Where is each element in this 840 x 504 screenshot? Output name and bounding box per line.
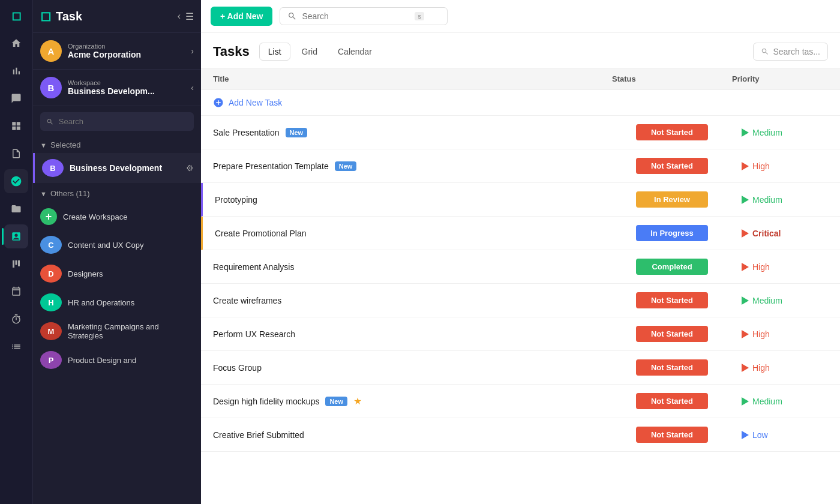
nav-document-icon[interactable] <box>4 142 28 166</box>
workspace-item-header[interactable]: B Workspace Business Developm... ‹ <box>33 70 201 106</box>
task-title: Prototyping <box>215 195 257 205</box>
col-status: Status <box>612 74 732 83</box>
col-title: Title <box>213 74 612 83</box>
sidebar-logo-area: ◻ Task ‹ ☰ <box>33 0 201 33</box>
add-task-row[interactable]: Add New Task <box>201 90 840 116</box>
topbar: + Add New s <box>201 0 840 33</box>
priority-cell: Medium <box>732 191 828 208</box>
task-badge: New <box>335 161 357 171</box>
task-title-cell: Prototyping <box>215 187 612 213</box>
tab-calendar[interactable]: Calendar <box>329 43 381 61</box>
workspace-d-name: Designers <box>68 269 103 278</box>
tasks-title: Tasks <box>213 44 250 59</box>
workspace-settings-icon[interactable]: ⚙ <box>186 163 194 173</box>
status-badge: In Review <box>636 191 708 208</box>
table-row: Creative Brief Submitted Not Started Low <box>201 418 840 452</box>
others-section-label[interactable]: ▼ Others (11) <box>33 184 201 203</box>
workspace-m-name: Marketing Campaigns and Strategies <box>68 322 194 340</box>
org-item[interactable]: A Organization Acme Corporation › <box>33 33 201 70</box>
nav-home-icon[interactable] <box>4 31 28 55</box>
workspace-avatar: B <box>40 77 62 98</box>
priority-label: Medium <box>752 397 782 406</box>
status-badge: Not Started <box>636 427 708 443</box>
table-row: Create Promotional Plan In Progress Crit… <box>201 217 840 250</box>
task-title-cell: Focus Group <box>213 355 612 381</box>
table-row: Sale Presentation New Not Started Medium <box>201 116 840 149</box>
active-workspace-avatar: B <box>42 159 64 177</box>
task-title: Perform UX Research <box>213 329 295 339</box>
star-icon[interactable]: ★ <box>353 395 362 407</box>
workspace-designers[interactable]: D Designers <box>33 259 201 288</box>
workspace-hr[interactable]: H HR and Operations <box>33 288 201 317</box>
priority-flag-icon <box>742 229 749 238</box>
priority-flag-icon <box>742 431 749 439</box>
priority-flag-icon <box>742 263 749 271</box>
main-content: + Add New s Tasks List Grid Calendar Sea… <box>201 0 840 504</box>
workspace-content-ux[interactable]: C Content and UX Copy <box>33 230 201 259</box>
collapse-icon[interactable]: ‹ <box>178 11 181 22</box>
sidebar-search-input[interactable] <box>59 117 188 126</box>
task-title: Requirement Analysis <box>213 262 294 272</box>
status-cell: Not Started <box>612 289 732 312</box>
table-row: Requirement Analysis Completed High <box>201 250 840 284</box>
org-chevron-icon: › <box>191 46 194 56</box>
add-task-label: Add New Task <box>229 98 282 107</box>
tasks-header: Tasks List Grid Calendar Search tas... <box>201 33 840 68</box>
status-cell: In Review <box>612 188 732 211</box>
org-name: Acme Corporation <box>68 50 185 59</box>
org-avatar: A <box>40 40 62 62</box>
status-badge: Not Started <box>636 158 708 174</box>
status-cell: Not Started <box>612 423 732 446</box>
workspace-name: Business Developm... <box>68 86 185 96</box>
tab-grid[interactable]: Grid <box>293 43 326 61</box>
sidebar-search-bar[interactable] <box>40 112 194 131</box>
app-logo-icon: ◻ <box>40 8 51 24</box>
tasks-search-icon <box>761 47 769 56</box>
nav-folder-icon[interactable] <box>4 197 28 221</box>
create-workspace-item[interactable]: + Create Workspace <box>33 203 201 230</box>
task-title: Focus Group <box>213 363 262 373</box>
nav-timer-icon[interactable] <box>4 307 28 331</box>
priority-cell: Medium <box>732 124 828 141</box>
task-title: Creative Brief Submitted <box>213 430 304 440</box>
view-tabs: List Grid Calendar <box>259 43 381 61</box>
task-title-cell: Design high fidelity mockups New ★ <box>213 387 612 415</box>
add-new-button[interactable]: + Add New <box>211 7 272 26</box>
menu-icon[interactable]: ☰ <box>185 11 194 22</box>
workspace-product[interactable]: P Product Design and <box>33 346 201 374</box>
nav-kanban-icon[interactable] <box>4 252 28 276</box>
nav-grid-icon[interactable] <box>4 114 28 138</box>
selected-section-label[interactable]: ▼ Selected <box>33 137 201 153</box>
workspace-label: Workspace <box>68 79 185 86</box>
status-badge: Not Started <box>636 292 708 308</box>
task-title-cell: Prepare Presentation Template New <box>213 153 612 179</box>
table-row: Design high fidelity mockups New ★ Not S… <box>201 385 840 418</box>
priority-cell: Medium <box>732 292 828 309</box>
priority-cell: High <box>732 326 828 343</box>
search-shortcut-badge: s <box>415 12 424 20</box>
tasks-search-bar[interactable]: Search tas... <box>753 43 828 61</box>
nav-calendar-icon[interactable] <box>4 280 28 304</box>
workspace-marketing[interactable]: M Marketing Campaigns and Strategies <box>33 317 201 346</box>
nav-chart-icon[interactable] <box>4 59 28 83</box>
nav-chat-icon[interactable] <box>4 86 28 110</box>
active-workspace-item[interactable]: B Business Development ⚙ <box>33 153 201 183</box>
workspace-d-avatar: D <box>40 265 62 283</box>
status-badge: Completed <box>636 259 708 275</box>
table-row: Create wireframes Not Started Medium <box>201 284 840 317</box>
nav-list-icon[interactable] <box>4 335 28 359</box>
add-task-icon <box>213 97 224 108</box>
status-badge: Not Started <box>636 359 708 376</box>
priority-flag-icon <box>742 162 749 170</box>
global-search-bar[interactable]: s <box>280 7 448 25</box>
nav-tasks-icon[interactable] <box>4 224 28 248</box>
global-search-input[interactable] <box>302 11 410 21</box>
task-title-cell: Create wireframes <box>213 287 612 314</box>
priority-cell: High <box>732 259 828 275</box>
tab-list[interactable]: List <box>259 43 290 61</box>
workspace-h-avatar: H <box>40 293 62 311</box>
sidebar-container: ◻ <box>0 0 201 504</box>
priority-cell: High <box>732 158 828 175</box>
status-cell: In Progress <box>612 221 732 245</box>
nav-ntask-icon[interactable] <box>4 169 28 193</box>
